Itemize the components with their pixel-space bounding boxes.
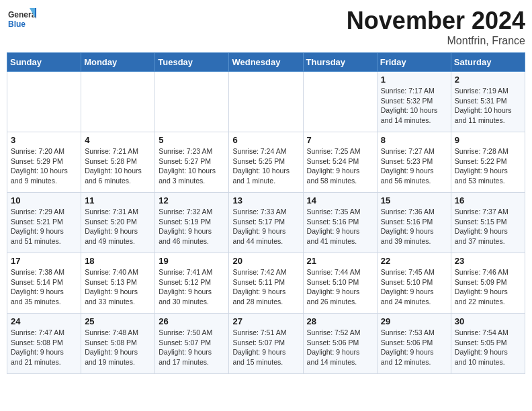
week-row-2: 3Sunrise: 7:20 AM Sunset: 5:29 PM Daylig… (7, 132, 525, 193)
day-number: 23 (455, 256, 521, 266)
calendar-cell: 15Sunrise: 7:36 AM Sunset: 5:16 PM Dayli… (377, 193, 451, 253)
calendar-cell: 2Sunrise: 7:19 AM Sunset: 5:31 PM Daylig… (451, 72, 525, 132)
calendar-cell (155, 72, 229, 132)
weekday-header-wednesday: Wednesday (229, 53, 303, 72)
day-info: Sunrise: 7:46 AM Sunset: 5:09 PM Dayligh… (455, 267, 521, 307)
calendar-cell: 19Sunrise: 7:41 AM Sunset: 5:12 PM Dayli… (155, 253, 229, 314)
calendar-cell: 21Sunrise: 7:44 AM Sunset: 5:10 PM Dayli… (303, 253, 377, 314)
day-info: Sunrise: 7:17 AM Sunset: 5:32 PM Dayligh… (381, 86, 447, 126)
svg-text:Blue: Blue (8, 19, 26, 29)
day-number: 22 (381, 256, 447, 266)
calendar-cell: 27Sunrise: 7:51 AM Sunset: 5:07 PM Dayli… (229, 314, 303, 374)
week-row-5: 24Sunrise: 7:47 AM Sunset: 5:08 PM Dayli… (7, 314, 525, 374)
calendar-cell: 10Sunrise: 7:29 AM Sunset: 5:21 PM Dayli… (7, 193, 81, 253)
day-number: 16 (455, 195, 521, 205)
day-info: Sunrise: 7:52 AM Sunset: 5:06 PM Dayligh… (307, 328, 373, 367)
weekday-header-sunday: Sunday (7, 53, 81, 72)
calendar-cell: 22Sunrise: 7:45 AM Sunset: 5:10 PM Dayli… (377, 253, 451, 314)
day-number: 15 (381, 195, 447, 205)
week-row-4: 17Sunrise: 7:38 AM Sunset: 5:14 PM Dayli… (7, 253, 525, 314)
day-info: Sunrise: 7:27 AM Sunset: 5:23 PM Dayligh… (381, 146, 447, 186)
calendar-cell: 9Sunrise: 7:28 AM Sunset: 5:22 PM Daylig… (451, 132, 525, 193)
day-number: 7 (307, 135, 373, 145)
day-number: 9 (455, 135, 521, 145)
day-number: 10 (11, 195, 77, 205)
calendar-cell (303, 72, 377, 132)
day-number: 25 (85, 316, 151, 326)
day-number: 5 (159, 135, 225, 145)
day-info: Sunrise: 7:33 AM Sunset: 5:17 PM Dayligh… (232, 207, 299, 246)
day-info: Sunrise: 7:53 AM Sunset: 5:06 PM Dayligh… (381, 328, 447, 367)
calendar-cell: 8Sunrise: 7:27 AM Sunset: 5:23 PM Daylig… (377, 132, 451, 193)
day-number: 28 (307, 316, 373, 326)
weekday-header-thursday: Thursday (303, 53, 377, 72)
calendar-cell: 7Sunrise: 7:25 AM Sunset: 5:24 PM Daylig… (303, 132, 377, 193)
day-info: Sunrise: 7:32 AM Sunset: 5:19 PM Dayligh… (159, 207, 225, 246)
calendar-cell: 25Sunrise: 7:48 AM Sunset: 5:08 PM Dayli… (81, 314, 155, 374)
calendar-cell: 14Sunrise: 7:35 AM Sunset: 5:16 PM Dayli… (303, 193, 377, 253)
day-info: Sunrise: 7:29 AM Sunset: 5:21 PM Dayligh… (11, 207, 77, 246)
week-row-1: 1Sunrise: 7:17 AM Sunset: 5:32 PM Daylig… (7, 72, 525, 132)
day-number: 19 (159, 256, 225, 266)
day-number: 6 (232, 135, 299, 145)
calendar-cell: 11Sunrise: 7:31 AM Sunset: 5:20 PM Dayli… (81, 193, 155, 253)
calendar-cell (7, 72, 81, 132)
calendar-cell: 5Sunrise: 7:23 AM Sunset: 5:27 PM Daylig… (155, 132, 229, 193)
calendar-cell: 13Sunrise: 7:33 AM Sunset: 5:17 PM Dayli… (229, 193, 303, 253)
day-info: Sunrise: 7:45 AM Sunset: 5:10 PM Dayligh… (381, 267, 447, 307)
day-number: 3 (11, 135, 77, 145)
calendar-cell: 26Sunrise: 7:50 AM Sunset: 5:07 PM Dayli… (155, 314, 229, 374)
day-info: Sunrise: 7:48 AM Sunset: 5:08 PM Dayligh… (85, 328, 151, 367)
day-info: Sunrise: 7:23 AM Sunset: 5:27 PM Dayligh… (159, 146, 225, 186)
header: General Blue November 2024 Montfrin, Fra… (7, 7, 525, 47)
day-info: Sunrise: 7:31 AM Sunset: 5:20 PM Dayligh… (85, 207, 151, 246)
calendar-cell: 1Sunrise: 7:17 AM Sunset: 5:32 PM Daylig… (377, 72, 451, 132)
logo: General Blue (7, 7, 36, 36)
title-area: November 2024 Montfrin, France (347, 7, 525, 47)
day-number: 8 (381, 135, 447, 145)
calendar-cell (81, 72, 155, 132)
calendar-cell: 18Sunrise: 7:40 AM Sunset: 5:13 PM Dayli… (81, 253, 155, 314)
weekday-header-friday: Friday (377, 53, 451, 72)
day-number: 11 (85, 195, 151, 205)
day-info: Sunrise: 7:21 AM Sunset: 5:28 PM Dayligh… (85, 146, 151, 186)
weekday-header-monday: Monday (81, 53, 155, 72)
calendar-cell (229, 72, 303, 132)
day-number: 12 (159, 195, 225, 205)
week-row-3: 10Sunrise: 7:29 AM Sunset: 5:21 PM Dayli… (7, 193, 525, 253)
weekday-header-row: SundayMondayTuesdayWednesdayThursdayFrid… (7, 53, 525, 72)
day-number: 17 (11, 256, 77, 266)
day-info: Sunrise: 7:42 AM Sunset: 5:11 PM Dayligh… (232, 267, 299, 307)
calendar-cell: 24Sunrise: 7:47 AM Sunset: 5:08 PM Dayli… (7, 314, 81, 374)
day-number: 14 (307, 195, 373, 205)
calendar-cell: 17Sunrise: 7:38 AM Sunset: 5:14 PM Dayli… (7, 253, 81, 314)
day-info: Sunrise: 7:28 AM Sunset: 5:22 PM Dayligh… (455, 146, 521, 186)
day-info: Sunrise: 7:40 AM Sunset: 5:13 PM Dayligh… (85, 267, 151, 307)
weekday-header-saturday: Saturday (451, 53, 525, 72)
day-number: 29 (381, 316, 447, 326)
location: Montfrin, France (347, 35, 525, 47)
day-number: 30 (455, 316, 521, 326)
day-info: Sunrise: 7:25 AM Sunset: 5:24 PM Dayligh… (307, 146, 373, 186)
day-number: 18 (85, 256, 151, 266)
calendar-cell: 23Sunrise: 7:46 AM Sunset: 5:09 PM Dayli… (451, 253, 525, 314)
day-number: 21 (307, 256, 373, 266)
day-info: Sunrise: 7:19 AM Sunset: 5:31 PM Dayligh… (455, 86, 521, 126)
calendar-cell: 29Sunrise: 7:53 AM Sunset: 5:06 PM Dayli… (377, 314, 451, 374)
calendar-cell: 6Sunrise: 7:24 AM Sunset: 5:25 PM Daylig… (229, 132, 303, 193)
day-number: 1 (381, 75, 447, 85)
day-number: 20 (232, 256, 299, 266)
calendar-cell: 16Sunrise: 7:37 AM Sunset: 5:15 PM Dayli… (451, 193, 525, 253)
day-info: Sunrise: 7:20 AM Sunset: 5:29 PM Dayligh… (11, 146, 77, 186)
day-number: 2 (455, 75, 521, 85)
calendar-cell: 30Sunrise: 7:54 AM Sunset: 5:05 PM Dayli… (451, 314, 525, 374)
day-info: Sunrise: 7:47 AM Sunset: 5:08 PM Dayligh… (11, 328, 77, 367)
day-number: 24 (11, 316, 77, 326)
month-title: November 2024 (347, 7, 525, 35)
day-info: Sunrise: 7:50 AM Sunset: 5:07 PM Dayligh… (159, 328, 225, 367)
day-number: 27 (232, 316, 299, 326)
day-number: 26 (159, 316, 225, 326)
logo-icon: General Blue (7, 7, 36, 36)
day-info: Sunrise: 7:41 AM Sunset: 5:12 PM Dayligh… (159, 267, 225, 307)
calendar-table: SundayMondayTuesdayWednesdayThursdayFrid… (7, 52, 525, 374)
